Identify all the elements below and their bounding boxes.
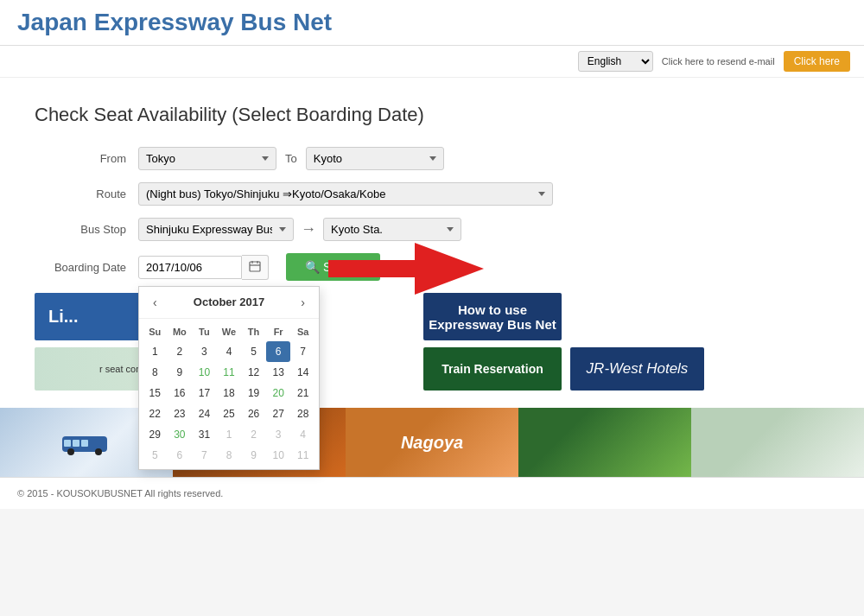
boarding-date-input[interactable]	[138, 256, 242, 279]
calendar-day[interactable]: 1	[217, 424, 242, 445]
calendar-day[interactable]: 27	[266, 403, 291, 424]
calendar-day-header: Fr	[266, 322, 291, 341]
calendar-day[interactable]: 14	[290, 362, 315, 383]
train-banner[interactable]: Train Reservation	[423, 347, 562, 391]
boarding-date-label: Boarding Date	[35, 261, 138, 274]
calendar-day[interactable]: 29	[143, 424, 168, 445]
calendar-day[interactable]: 4	[290, 424, 315, 445]
main-content: Check Seat Availability (Select Boarding…	[0, 78, 864, 408]
svg-rect-8	[81, 440, 88, 447]
calendar-day[interactable]: 23	[168, 403, 193, 424]
calendar-day[interactable]: 30	[168, 424, 193, 445]
from-to-row: From Tokyo Osaka To Kyoto Tokyo	[35, 147, 829, 170]
calendar-day[interactable]: 3	[192, 341, 217, 362]
search-icon: 🔍	[305, 260, 320, 274]
calendar-day[interactable]: 9	[241, 445, 266, 466]
calendar-day[interactable]: 5	[241, 341, 266, 362]
red-arrow-container	[328, 243, 484, 297]
calendar-days-header: SuMoTuWeThFrSa	[143, 322, 315, 341]
calendar-month-label: October 2017	[194, 295, 264, 308]
busstop-to-select[interactable]: Kyoto Sta.	[323, 218, 461, 241]
calendar-day[interactable]: 4	[217, 341, 242, 362]
arrow-icon: →	[301, 220, 316, 238]
calendar-day[interactable]: 8	[143, 362, 168, 383]
calendar-day[interactable]: 25	[217, 403, 242, 424]
calendar-day-header: Su	[143, 322, 168, 341]
calendar-prev-button[interactable]: ‹	[148, 294, 162, 311]
calendar-header: ‹ October 2017 ›	[139, 287, 319, 319]
calendar-week-row: 15161718192021	[143, 383, 315, 403]
nagoya-label: Nagoya	[401, 433, 463, 453]
svg-point-9	[67, 448, 74, 455]
calendar-day[interactable]: 8	[217, 445, 242, 466]
calendar-grid: SuMoTuWeThFrSa 1234567891011121314151617…	[139, 319, 319, 469]
calendar-day[interactable]: 15	[143, 383, 168, 403]
calendar-day[interactable]: 13	[266, 362, 291, 383]
calendar-day[interactable]: 16	[168, 383, 193, 403]
calendar-day[interactable]: 28	[290, 403, 315, 424]
how-to-line1: How to use	[458, 302, 527, 317]
calendar-day[interactable]: 11	[217, 362, 242, 383]
busstop-row: Bus Stop Shinjuku Expressway Bus Te → Ky…	[35, 218, 829, 241]
calendar-day[interactable]: 3	[266, 424, 291, 445]
calendar-day[interactable]: 6	[266, 341, 291, 362]
busstop-label: Bus Stop	[35, 223, 138, 236]
language-select[interactable]: English Japanese Chinese	[578, 51, 653, 72]
calendar-day[interactable]: 10	[192, 362, 217, 383]
calendar-day[interactable]: 12	[241, 362, 266, 383]
bus-image-2	[691, 408, 864, 477]
to-select[interactable]: Kyoto Tokyo	[306, 147, 444, 170]
calendar-day[interactable]: 20	[266, 383, 291, 403]
calendar-toggle-button[interactable]	[242, 255, 269, 280]
calendar-day[interactable]: 5	[143, 445, 168, 466]
calendar-day[interactable]: 24	[192, 403, 217, 424]
calendar-week-row: 2930311234	[143, 424, 315, 445]
jrwest-banner[interactable]: JR-West Hotels	[570, 347, 704, 391]
route-label: Route	[35, 187, 138, 200]
calendar-day[interactable]: 1	[143, 341, 168, 362]
calendar-day[interactable]: 2	[241, 424, 266, 445]
calendar-day-header: We	[217, 322, 242, 341]
train-banner-label: Train Reservation	[442, 362, 543, 376]
page-title: Check Seat Availability (Select Boarding…	[35, 104, 829, 126]
calendar-day[interactable]: 6	[168, 445, 193, 466]
calendar-day[interactable]: 9	[168, 362, 193, 383]
from-label: From	[35, 152, 138, 165]
svg-rect-6	[64, 440, 71, 447]
calendar-week-row: 22232425262728	[143, 403, 315, 424]
calendar-day[interactable]: 31	[192, 424, 217, 445]
red-arrow-icon	[328, 243, 484, 295]
calendar-next-button[interactable]: ›	[295, 294, 310, 311]
calendar-day[interactable]: 19	[241, 383, 266, 403]
calendar-day[interactable]: 11	[290, 445, 315, 466]
click-here-button[interactable]: Click here	[784, 51, 850, 72]
calendar-day[interactable]: 26	[241, 403, 266, 424]
calendar-day[interactable]: 10	[266, 445, 291, 466]
calendar-day[interactable]: 7	[192, 445, 217, 466]
calendar-week-row: 567891011	[143, 445, 315, 466]
calendar-day[interactable]: 7	[290, 341, 315, 362]
to-label: To	[285, 152, 297, 165]
boarding-date-row: Boarding Date ‹ October 2017	[35, 253, 829, 281]
calendar-day[interactable]: 21	[290, 383, 315, 403]
how-to-banner[interactable]: How to use Expressway Bus Net	[423, 293, 562, 340]
calendar-day[interactable]: 2	[168, 341, 193, 362]
busstop-inputs: Shinjuku Expressway Bus Te → Kyoto Sta.	[138, 218, 461, 241]
calendar-day[interactable]: 18	[217, 383, 242, 403]
calendar-day[interactable]: 17	[192, 383, 217, 403]
svg-point-10	[95, 448, 102, 455]
bus-svg	[60, 429, 112, 455]
route-select[interactable]: (Night bus) Tokyo/Shinjuku ⇒Kyoto/Osaka/…	[138, 182, 553, 206]
calendar-icon	[249, 260, 261, 272]
image-strip: Nagoya	[0, 408, 864, 477]
route-row: Route (Night bus) Tokyo/Shinjuku ⇒Kyoto/…	[35, 182, 829, 206]
castle-image	[518, 408, 691, 477]
calendar-day[interactable]: 22	[143, 403, 168, 424]
list-banner-label: Li...	[48, 307, 78, 327]
calendar-week-row: 891011121314	[143, 362, 315, 383]
calendar-day-header: Tu	[192, 322, 217, 341]
copyright-text: © 2015 - KOUSOKUBUSNET All rights reserv…	[17, 488, 223, 499]
from-select[interactable]: Tokyo Osaka	[138, 147, 276, 170]
date-input-row	[138, 255, 269, 280]
busstop-from-select[interactable]: Shinjuku Expressway Bus Te	[138, 218, 294, 241]
